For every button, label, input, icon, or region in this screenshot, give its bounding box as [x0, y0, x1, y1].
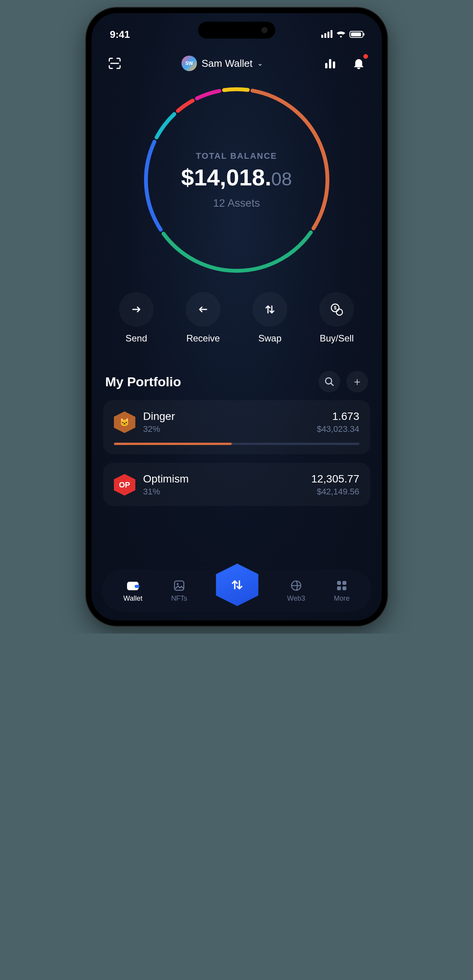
battery-icon	[349, 31, 363, 38]
swap-icon	[263, 303, 276, 316]
globe-icon	[290, 579, 302, 592]
status-time: 9:41	[110, 29, 130, 41]
status-right	[321, 31, 363, 38]
tab-bar: Wallet NFTs Web3 More	[102, 569, 372, 612]
wifi-icon	[336, 31, 346, 38]
nft-icon	[173, 579, 185, 592]
chevron-down-icon: ⌄	[257, 59, 263, 68]
wallet-avatar: SW	[181, 56, 197, 71]
asset-row[interactable]: 🐱 Dinger 32% 1.673 $43,023.34	[103, 400, 370, 454]
asset-name: Dinger	[143, 410, 309, 423]
portfolio-title: My Portfolio	[105, 374, 181, 389]
quick-actions: Send Receive Swap $ Buy/Sell	[92, 277, 382, 344]
tab-web3[interactable]: Web3	[287, 579, 305, 603]
notification-dot	[363, 54, 368, 59]
tab-more[interactable]: More	[334, 579, 349, 603]
buysell-icon: $	[329, 302, 344, 317]
buysell-button[interactable]: $ Buy/Sell	[319, 292, 354, 344]
svg-text:$: $	[334, 305, 337, 311]
search-button[interactable]	[319, 371, 340, 392]
asset-usd: $43,023.34	[317, 424, 359, 434]
grid-icon	[336, 579, 347, 592]
add-button[interactable]: ＋	[346, 371, 368, 392]
send-button[interactable]: Send	[119, 292, 154, 344]
asset-icon: OP	[114, 474, 136, 496]
asset-usd: $42,149.56	[311, 487, 359, 497]
asset-row[interactable]: OP Optimism 31% 12,305.77 $42,149.56	[103, 463, 370, 506]
phone-frame: 9:41 SW Sam Wallet ⌄	[86, 8, 387, 626]
balance-chart: TOTAL BALANCE $14,018.08 12 Assets	[92, 76, 382, 277]
svg-rect-14	[337, 586, 341, 590]
swap-center-icon	[229, 576, 246, 593]
svg-point-5	[336, 309, 342, 315]
portfolio-header: My Portfolio ＋	[92, 344, 382, 400]
tab-wallet[interactable]: Wallet	[124, 579, 142, 603]
wallet-name: Sam Wallet	[202, 58, 253, 70]
cellular-icon	[321, 31, 332, 38]
screen: 9:41 SW Sam Wallet ⌄	[92, 13, 382, 620]
plus-icon: ＋	[352, 374, 363, 389]
balance-assets: 12 Assets	[213, 197, 260, 209]
search-icon	[324, 377, 334, 387]
asset-percent: 32%	[143, 424, 309, 434]
svg-rect-2	[333, 61, 335, 68]
asset-amount: 12,305.77	[311, 473, 359, 485]
center-action-button[interactable]	[216, 564, 258, 606]
svg-rect-13	[342, 581, 346, 585]
asset-list: 🐱 Dinger 32% 1.673 $43,023.34 OP Optimis…	[92, 400, 382, 506]
wallet-icon	[126, 579, 139, 592]
asset-percent: 31%	[143, 487, 303, 497]
balance-label: TOTAL BALANCE	[196, 151, 277, 161]
scan-icon[interactable]	[106, 55, 123, 72]
tab-nfts[interactable]: NFTs	[171, 579, 187, 603]
receive-icon	[197, 303, 210, 316]
asset-name: Optimism	[143, 473, 303, 485]
stats-icon[interactable]	[322, 55, 339, 72]
svg-rect-8	[135, 585, 139, 588]
app-header: SW Sam Wallet ⌄	[92, 44, 382, 76]
svg-rect-9	[175, 581, 184, 590]
swap-button[interactable]: Swap	[253, 292, 287, 344]
svg-rect-15	[342, 586, 346, 590]
balance-amount: $14,018.08	[181, 164, 292, 191]
wallet-selector[interactable]: SW Sam Wallet ⌄	[181, 56, 263, 71]
asset-amount: 1.673	[317, 410, 359, 423]
dynamic-island	[198, 22, 275, 39]
svg-rect-0	[325, 63, 327, 68]
asset-icon: 🐱	[114, 411, 136, 433]
send-icon	[130, 303, 143, 316]
svg-rect-1	[329, 59, 331, 68]
asset-progress	[114, 443, 359, 445]
notifications-icon[interactable]	[350, 55, 367, 72]
svg-point-10	[177, 583, 179, 585]
svg-rect-12	[337, 581, 341, 585]
receive-button[interactable]: Receive	[186, 292, 220, 344]
